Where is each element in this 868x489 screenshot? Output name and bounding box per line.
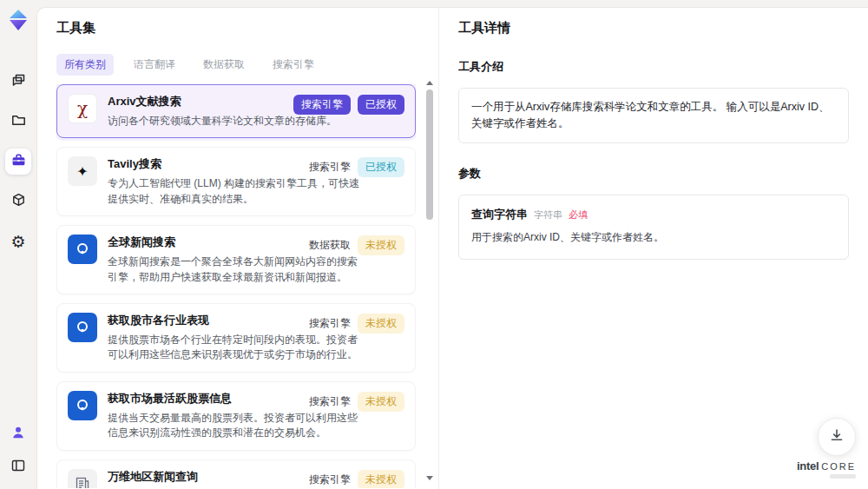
user-avatar[interactable] bbox=[5, 420, 31, 446]
tool-card-2[interactable]: 全球新闻搜索全球新闻搜索是一个聚合全球各大新闻网站内容的搜索引擎，帮助用户快速获… bbox=[56, 225, 416, 294]
app-window: ⚙ 工具集 bbox=[0, 0, 868, 489]
tool-card-5[interactable]: 万维地区新闻查询查询具体行政区划内的新闻，快速了解各地新闻动搜索引擎未授权 bbox=[56, 459, 416, 488]
tool-description: 提供股票市场各个行业在特定时间段内的表现。投资者可以利用这些信息来识别表现优于或… bbox=[108, 333, 365, 363]
category-label: 搜索引擎 bbox=[309, 472, 351, 487]
param-required-badge: 必填 bbox=[569, 208, 588, 221]
tool-card-1[interactable]: ✦Tavily搜索专为人工智能代理 (LLM) 构建的搜索引擎工具，可快速提供实… bbox=[56, 147, 416, 216]
list-scrollbar[interactable] bbox=[425, 79, 434, 482]
page-title: 工具集 bbox=[56, 20, 438, 36]
sidebar-bottom bbox=[5, 420, 31, 480]
intro-card: 一个用于从Arxiv存储库搜索科学论文和文章的工具。 输入可以是Arxiv ID… bbox=[458, 88, 849, 143]
arxiv-logo-icon: χ bbox=[68, 94, 97, 123]
category-label: 搜索引擎 bbox=[309, 394, 351, 409]
param-type: 字符串 bbox=[534, 208, 562, 221]
tool-badges: 搜索引擎未授权 bbox=[309, 392, 404, 412]
tool-badges: 搜索引擎未授权 bbox=[309, 314, 404, 334]
tool-list-panel: 工具集 所有类别 语言翻译 数据获取 搜索引擎 χArxiv文献搜索访问各个研究… bbox=[37, 8, 439, 489]
scroll-up-arrow-icon[interactable] bbox=[426, 81, 433, 85]
news-search-app-icon bbox=[68, 391, 97, 420]
intel-wordmark: intel bbox=[797, 460, 819, 472]
tool-card-0[interactable]: χArxiv文献搜索访问各个研究领域大量科学论文和文章的存储库。搜索引擎已授权 bbox=[56, 84, 416, 138]
category-tabs: 所有类别 语言翻译 数据获取 搜索引擎 bbox=[56, 54, 438, 76]
tool-badges: 搜索引擎未授权 bbox=[309, 470, 404, 488]
cube-icon bbox=[10, 192, 27, 212]
tab-search-engine[interactable]: 搜索引擎 bbox=[265, 54, 322, 76]
params-heading: 参数 bbox=[458, 166, 849, 182]
tool-badges: 数据获取未授权 bbox=[309, 235, 404, 255]
tab-language-translation[interactable]: 语言翻译 bbox=[126, 54, 183, 76]
news-search-app-icon bbox=[68, 313, 97, 342]
sidebar-item-files[interactable] bbox=[5, 109, 31, 135]
detail-title: 工具详情 bbox=[458, 20, 849, 36]
briefcase-icon bbox=[10, 152, 27, 172]
left-sidebar: ⚙ bbox=[0, 0, 36, 489]
param-card: 查询字符串 字符串 必填 用于搜索的Arxiv ID、关键字或作者姓名。 bbox=[458, 195, 849, 260]
intro-heading: 工具介绍 bbox=[458, 59, 849, 75]
tab-data-fetching[interactable]: 数据获取 bbox=[195, 54, 253, 76]
status-badge: 未授权 bbox=[358, 235, 404, 255]
news-search-app-icon bbox=[68, 235, 97, 264]
tool-card-3[interactable]: 获取股市各行业表现提供股票市场各个行业在特定时间段内的表现。投资者可以利用这些信… bbox=[56, 303, 416, 373]
app-logo-icon bbox=[6, 8, 30, 32]
tool-list: χArxiv文献搜索访问各个研究领域大量科学论文和文章的存储库。搜索引擎已授权✦… bbox=[56, 84, 416, 488]
category-label: 搜索引擎 bbox=[309, 160, 351, 175]
scrollbar-thumb[interactable] bbox=[426, 89, 433, 220]
sidebar-item-plugins[interactable] bbox=[5, 188, 31, 215]
category-badge: 搜索引擎 bbox=[293, 95, 351, 115]
download-icon bbox=[829, 427, 845, 446]
core-wordmark: CORE bbox=[821, 462, 856, 472]
status-badge: 未授权 bbox=[358, 392, 404, 412]
sidebar-item-chat[interactable] bbox=[5, 69, 31, 95]
param-name: 查询字符串 bbox=[471, 207, 528, 222]
tool-description: 全球新闻搜索是一个聚合全球各大新闻网站内容的搜索引擎，帮助用户快速获取全球最新资… bbox=[108, 254, 365, 285]
panel-toggle-icon bbox=[10, 458, 26, 477]
tool-description: 提供当天交易量最高的股票列表。投资者可以利用这些信息来识别流动性强的股票和潜在的… bbox=[108, 411, 365, 441]
chat-icon bbox=[10, 72, 27, 92]
tool-card-4[interactable]: 获取市场最活跃股票信息提供当天交易量最高的股票列表。投资者可以利用这些信息来识别… bbox=[56, 381, 416, 451]
main-content: 工具集 所有类别 语言翻译 数据获取 搜索引擎 χArxiv文献搜索访问各个研究… bbox=[36, 7, 868, 489]
intel-core-logo: intel CORE bbox=[797, 460, 856, 479]
sidebar-item-tools[interactable] bbox=[5, 149, 31, 175]
status-badge: 已授权 bbox=[358, 157, 404, 177]
status-badge: 已授权 bbox=[358, 95, 404, 115]
tavily-star-icon: ✦ bbox=[68, 156, 97, 186]
tab-all-categories[interactable]: 所有类别 bbox=[56, 54, 114, 76]
sidebar-item-settings[interactable]: ⚙ bbox=[5, 228, 31, 254]
newspaper-icon bbox=[68, 469, 97, 488]
download-button[interactable] bbox=[818, 418, 856, 456]
tool-badges: 搜索引擎已授权 bbox=[309, 157, 404, 177]
param-description: 用于搜索的Arxiv ID、关键字或作者姓名。 bbox=[471, 230, 836, 245]
sidebar-nav: ⚙ bbox=[5, 69, 31, 254]
tool-detail-panel: 工具详情 工具介绍 一个用于从Arxiv存储库搜索科学论文和文章的工具。 输入可… bbox=[439, 8, 868, 489]
tool-description: 专为人工智能代理 (LLM) 构建的搜索引擎工具，可快速提供实时、准确和真实的结… bbox=[108, 176, 365, 207]
intel-sub-badge bbox=[830, 474, 856, 479]
folder-icon bbox=[10, 112, 27, 132]
tool-badges: 搜索引擎已授权 bbox=[293, 95, 404, 115]
category-label: 数据获取 bbox=[309, 238, 351, 253]
status-badge: 未授权 bbox=[358, 314, 404, 334]
gear-icon: ⚙ bbox=[10, 234, 25, 250]
tool-description: 访问各个研究领域大量科学论文和文章的存储库。 bbox=[108, 114, 365, 129]
category-label: 搜索引擎 bbox=[309, 316, 351, 331]
scroll-down-arrow-icon[interactable] bbox=[426, 476, 433, 480]
param-header: 查询字符串 字符串 必填 bbox=[471, 207, 836, 222]
status-badge: 未授权 bbox=[358, 470, 404, 488]
collapse-panel-button[interactable] bbox=[5, 454, 31, 480]
